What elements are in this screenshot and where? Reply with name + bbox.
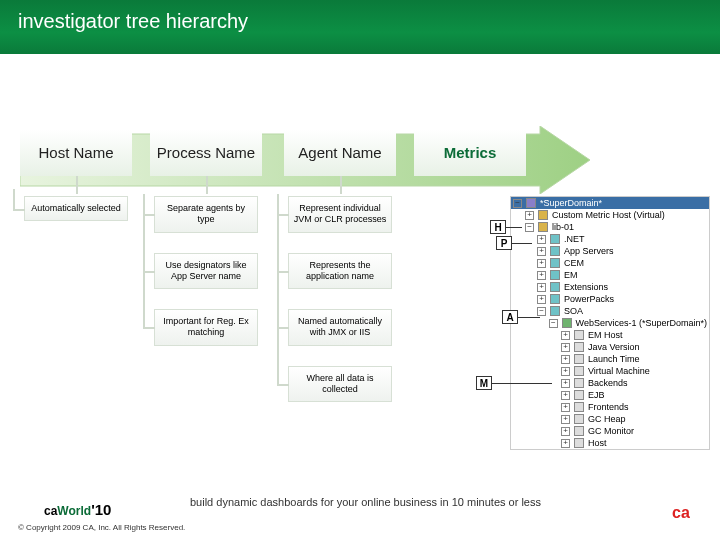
child-label: Separate agents by type	[167, 203, 245, 224]
ca-logo: ca	[666, 500, 706, 526]
expand-icon[interactable]: +	[537, 271, 546, 280]
collapse-icon[interactable]: −	[525, 223, 534, 232]
tag-m-line	[492, 383, 552, 384]
logo-world-text: World	[57, 504, 91, 518]
tree-label: SOA	[564, 306, 583, 316]
expand-icon[interactable]: +	[561, 379, 570, 388]
process-icon	[550, 258, 560, 268]
tree-item[interactable]: +Java Version	[511, 341, 709, 353]
expand-icon[interactable]: +	[561, 343, 570, 352]
metric-icon	[574, 426, 584, 436]
col-process-child-1: Use designators like App Server name	[154, 253, 258, 290]
tag-h-line	[506, 227, 522, 228]
tree-label: *SuperDomain*	[540, 198, 602, 208]
tree-item[interactable]: +PowerPacks	[511, 293, 709, 305]
collapse-icon[interactable]: −	[549, 319, 558, 328]
tree-label: EM	[564, 270, 578, 280]
tree-item[interactable]: +GC Heap	[511, 413, 709, 425]
tree-item[interactable]: −lib-01	[511, 221, 709, 233]
expand-icon[interactable]: +	[561, 331, 570, 340]
process-icon	[550, 306, 560, 316]
expand-icon[interactable]: +	[537, 283, 546, 292]
col-metrics-header-label: Metrics	[444, 145, 497, 162]
logo-world-year: '10	[91, 501, 111, 518]
col-agent-child-2: Named automatically with JMX or IIS	[288, 309, 392, 346]
caworld-logo: caWorld'10	[44, 501, 111, 518]
tree-label: Custom Metric Host (Virtual)	[552, 210, 665, 220]
tree-label: GC Monitor	[588, 426, 634, 436]
expand-icon[interactable]: +	[561, 427, 570, 436]
tree-label: Frontends	[588, 402, 629, 412]
process-icon	[550, 270, 560, 280]
expand-icon[interactable]: +	[537, 247, 546, 256]
expand-icon[interactable]: +	[561, 367, 570, 376]
tree-label: GC Heap	[588, 414, 626, 424]
tree-label: Host	[588, 438, 607, 448]
expand-icon[interactable]: +	[561, 355, 570, 364]
metric-icon	[574, 390, 584, 400]
tree-item[interactable]: +Host	[511, 437, 709, 449]
col-agent-header: Agent Name	[284, 130, 396, 176]
tree-item[interactable]: −SOA	[511, 305, 709, 317]
tree-label: CEM	[564, 258, 584, 268]
agent-icon	[562, 318, 572, 328]
child-label: Use designators like App Server name	[165, 260, 246, 281]
hierarchy-columns: Host Name Automatically selected Process…	[20, 130, 526, 402]
tree-label: Java Version	[588, 342, 640, 352]
col-agent-child-3: Where all data is collected	[288, 366, 392, 403]
metric-icon	[574, 330, 584, 340]
tree-label: Extensions	[564, 282, 608, 292]
tree-item[interactable]: +Extensions	[511, 281, 709, 293]
tree-label: WebServices-1 (*SuperDomain*)	[576, 318, 707, 328]
col-process-header-label: Process Name	[157, 145, 255, 162]
col-host-child-label: Automatically selected	[31, 203, 121, 213]
tree-item[interactable]: +Launch Time	[511, 353, 709, 365]
col-process-header: Process Name	[150, 130, 262, 176]
tree-label: Backends	[588, 378, 628, 388]
expand-icon[interactable]: −	[537, 307, 546, 316]
tree-item[interactable]: +GC Monitor	[511, 425, 709, 437]
col-agent-child-1: Represents the application name	[288, 253, 392, 290]
col-host-header-label: Host Name	[38, 145, 113, 162]
domain-icon	[526, 198, 536, 208]
tree-item[interactable]: +EJB	[511, 389, 709, 401]
tag-m: M	[476, 376, 492, 390]
child-label: Important for Reg. Ex matching	[163, 316, 249, 337]
tree-item[interactable]: +Virtual Machine	[511, 365, 709, 377]
child-label: Where all data is collected	[306, 373, 373, 394]
expand-icon[interactable]: +	[537, 235, 546, 244]
col-metrics: Metrics	[414, 130, 526, 402]
tree-item[interactable]: −WebServices-1 (*SuperDomain*)	[511, 317, 709, 329]
tree-item[interactable]: +.NET	[511, 233, 709, 245]
expand-icon[interactable]: +	[537, 259, 546, 268]
footer-copyright: © Copyright 2009 CA, Inc. All Rights Res…	[18, 523, 185, 532]
tree-item[interactable]: +Custom Metric Host (Virtual)	[511, 209, 709, 221]
tree-root[interactable]: −*SuperDomain*	[511, 197, 709, 209]
expand-icon[interactable]: +	[561, 439, 570, 448]
metric-icon	[574, 438, 584, 448]
expand-icon[interactable]: +	[561, 391, 570, 400]
host-icon	[538, 222, 548, 232]
expand-icon[interactable]: +	[537, 295, 546, 304]
col-process-child-2: Important for Reg. Ex matching	[154, 309, 258, 346]
col-agent-header-label: Agent Name	[298, 145, 381, 162]
expand-icon[interactable]: +	[561, 403, 570, 412]
tree-item[interactable]: +EM Host	[511, 329, 709, 341]
tag-p: P	[496, 236, 512, 250]
tag-p-line	[512, 243, 532, 244]
tree-item[interactable]: +CEM	[511, 257, 709, 269]
tree-item[interactable]: +EM	[511, 269, 709, 281]
tree-item[interactable]: +Frontends	[511, 401, 709, 413]
host-icon	[538, 210, 548, 220]
tag-h: H	[490, 220, 506, 234]
col-host-header: Host Name	[20, 130, 132, 176]
footer: caWorld'10 build dynamic dashboards for …	[0, 480, 720, 540]
tag-a: A	[502, 310, 518, 324]
col-host: Host Name Automatically selected	[20, 130, 132, 402]
process-icon	[550, 246, 560, 256]
tree-label: .NET	[564, 234, 585, 244]
expand-icon[interactable]: +	[561, 415, 570, 424]
expand-icon[interactable]: +	[525, 211, 534, 220]
col-process-child-0: Separate agents by type	[154, 196, 258, 233]
tree-item[interactable]: +App Servers	[511, 245, 709, 257]
